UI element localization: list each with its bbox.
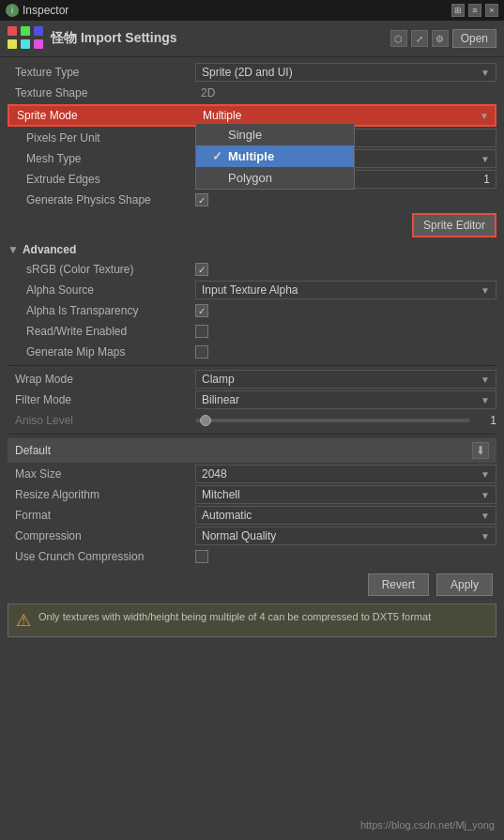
color-dots bbox=[8, 26, 45, 51]
menu-button[interactable]: ≡ bbox=[468, 4, 481, 17]
crunch-compression-label: Use Crunch Compression bbox=[8, 550, 195, 563]
sprite-mode-option-polygon[interactable]: Polygon bbox=[196, 167, 354, 189]
wrap-mode-value[interactable]: Clamp ▼ bbox=[195, 370, 496, 389]
format-arrow: ▼ bbox=[481, 511, 490, 521]
sprite-mode-dropdown[interactable]: Multiple ▼ bbox=[197, 106, 495, 125]
texture-type-value[interactable]: Sprite (2D and UI) ▼ bbox=[195, 63, 496, 82]
crunch-compression-checkbox[interactable] bbox=[195, 550, 208, 563]
max-size-value[interactable]: 2048 ▼ bbox=[195, 465, 496, 483]
title-bar-right: ⊞ ≡ × bbox=[451, 4, 498, 17]
alpha-transparency-checkbox[interactable] bbox=[195, 304, 208, 317]
read-write-row: Read/Write Enabled bbox=[8, 322, 496, 341]
slider-thumb bbox=[200, 415, 211, 426]
alpha-source-row: Alpha Source Input Texture Alpha ▼ bbox=[8, 281, 496, 299]
model-icon-button[interactable]: ⬡ bbox=[390, 30, 407, 47]
resize-algorithm-arrow: ▼ bbox=[481, 490, 490, 500]
generate-physics-row: Generate Physics Shape bbox=[8, 191, 496, 209]
mesh-type-arrow: ▼ bbox=[481, 154, 490, 164]
settings-icon-button[interactable]: ⚙ bbox=[432, 30, 449, 47]
aniso-level-slider[interactable] bbox=[195, 419, 470, 422]
compression-label: Compression bbox=[8, 529, 195, 542]
wrap-mode-row: Wrap Mode Clamp ▼ bbox=[8, 370, 496, 389]
platform-row: Default ⬇ bbox=[8, 438, 496, 463]
texture-shape-row: Texture Shape 2D bbox=[8, 84, 496, 102]
srgb-checkbox[interactable] bbox=[195, 263, 208, 276]
mip-maps-value bbox=[195, 345, 496, 359]
close-button[interactable]: × bbox=[485, 4, 498, 17]
platform-name: Default bbox=[15, 444, 51, 457]
download-icon[interactable]: ⬇ bbox=[472, 442, 489, 459]
divider-1 bbox=[8, 365, 496, 366]
warning-box: ⚠ Only textures with width/height being … bbox=[8, 603, 496, 637]
sprite-mode-arrow: ▼ bbox=[480, 111, 489, 121]
resize-algorithm-value[interactable]: Mitchell ▼ bbox=[195, 485, 496, 504]
title-bar: i Inspector ⊞ ≡ × bbox=[0, 0, 504, 21]
advanced-triangle-icon: ▼ bbox=[8, 243, 19, 256]
revert-button[interactable]: Revert bbox=[368, 573, 429, 596]
compression-dropdown[interactable]: Normal Quality ▼ bbox=[195, 527, 496, 545]
compression-value[interactable]: Normal Quality ▼ bbox=[195, 527, 496, 545]
format-value[interactable]: Automatic ▼ bbox=[195, 506, 496, 525]
read-write-checkbox[interactable] bbox=[195, 325, 208, 338]
filter-mode-row: Filter Mode Bilinear ▼ bbox=[8, 390, 496, 409]
wrap-mode-arrow: ▼ bbox=[481, 374, 490, 385]
texture-shape-value: 2D bbox=[195, 86, 496, 99]
main-content: Texture Type Sprite (2D and UI) ▼ Textur… bbox=[0, 57, 504, 643]
sprite-editor-button[interactable]: Sprite Editor bbox=[412, 213, 496, 237]
srgb-label: sRGB (Color Texture) bbox=[8, 263, 195, 276]
generate-physics-checkbox[interactable] bbox=[195, 193, 208, 206]
title-bar-title: Inspector bbox=[23, 4, 69, 17]
alpha-transparency-value bbox=[195, 304, 496, 317]
read-write-label: Read/Write Enabled bbox=[8, 325, 195, 338]
bottom-buttons: Revert Apply bbox=[8, 573, 496, 596]
inspector-icon: i bbox=[6, 4, 19, 17]
mip-maps-row: Generate Mip Maps bbox=[8, 343, 496, 361]
wrap-mode-dropdown[interactable]: Clamp ▼ bbox=[195, 370, 496, 389]
alpha-source-label: Alpha Source bbox=[8, 283, 195, 297]
pin-button[interactable]: ⊞ bbox=[451, 4, 465, 17]
watermark: https://blog.csdn.net/Mj_yong bbox=[360, 819, 495, 831]
read-write-value bbox=[195, 325, 496, 338]
advanced-section-header[interactable]: ▼ Advanced bbox=[8, 243, 496, 256]
crunch-compression-row: Use Crunch Compression bbox=[8, 547, 496, 566]
texture-shape-label: Texture Shape bbox=[8, 86, 195, 99]
apply-button[interactable]: Apply bbox=[436, 573, 493, 596]
open-button[interactable]: Open bbox=[452, 29, 496, 48]
warning-text: Only textures with width/height being mu… bbox=[38, 610, 431, 624]
format-dropdown[interactable]: Automatic ▼ bbox=[195, 506, 496, 525]
sprite-mode-option-single[interactable]: Single bbox=[196, 124, 354, 145]
sprite-mode-option-multiple[interactable]: ✓ Multiple bbox=[196, 145, 354, 167]
srgb-row: sRGB (Color Texture) bbox=[8, 260, 496, 279]
mip-maps-checkbox[interactable] bbox=[195, 345, 208, 359]
wrap-mode-label: Wrap Mode bbox=[8, 373, 195, 386]
texture-type-label: Texture Type bbox=[8, 66, 195, 79]
aniso-level-value[interactable]: 1 bbox=[195, 414, 496, 427]
mip-maps-label: Generate Mip Maps bbox=[8, 345, 195, 359]
sprite-mode-value[interactable]: Multiple ▼ bbox=[197, 106, 495, 125]
format-label: Format bbox=[8, 509, 195, 522]
header-right: ⬡ ⤢ ⚙ Open bbox=[390, 29, 496, 48]
header-title: 怪物 Import Settings bbox=[51, 30, 177, 47]
alpha-source-arrow: ▼ bbox=[481, 285, 490, 296]
max-size-dropdown[interactable]: 2048 ▼ bbox=[195, 465, 496, 483]
advanced-label: Advanced bbox=[23, 243, 76, 256]
header-section: 怪物 Import Settings ⬡ ⤢ ⚙ Open bbox=[0, 21, 504, 57]
scene-icon-button[interactable]: ⤢ bbox=[411, 30, 428, 47]
crunch-compression-value bbox=[195, 550, 496, 563]
extrude-edges-label: Extrude Edges bbox=[8, 173, 195, 186]
filter-mode-dropdown[interactable]: Bilinear ▼ bbox=[195, 390, 496, 409]
resize-algorithm-dropdown[interactable]: Mitchell ▼ bbox=[195, 485, 496, 504]
texture-type-dropdown[interactable]: Sprite (2D and UI) ▼ bbox=[195, 63, 496, 82]
generate-physics-value bbox=[195, 193, 496, 206]
resize-algorithm-label: Resize Algorithm bbox=[8, 488, 195, 501]
alpha-source-dropdown[interactable]: Input Texture Alpha ▼ bbox=[195, 281, 496, 299]
max-size-row: Max Size 2048 ▼ bbox=[8, 465, 496, 483]
generate-physics-label: Generate Physics Shape bbox=[8, 193, 195, 206]
sprite-mode-label: Sprite Mode bbox=[9, 109, 197, 122]
filter-mode-value[interactable]: Bilinear ▼ bbox=[195, 390, 496, 409]
alpha-transparency-row: Alpha Is Transparency bbox=[8, 301, 496, 320]
sprite-mode-popup[interactable]: Single ✓ Multiple Polygon bbox=[195, 123, 355, 190]
alpha-source-value[interactable]: Input Texture Alpha ▼ bbox=[195, 281, 496, 299]
pixels-per-unit-label: Pixels Per Unit bbox=[8, 131, 195, 145]
max-size-arrow: ▼ bbox=[481, 469, 490, 480]
